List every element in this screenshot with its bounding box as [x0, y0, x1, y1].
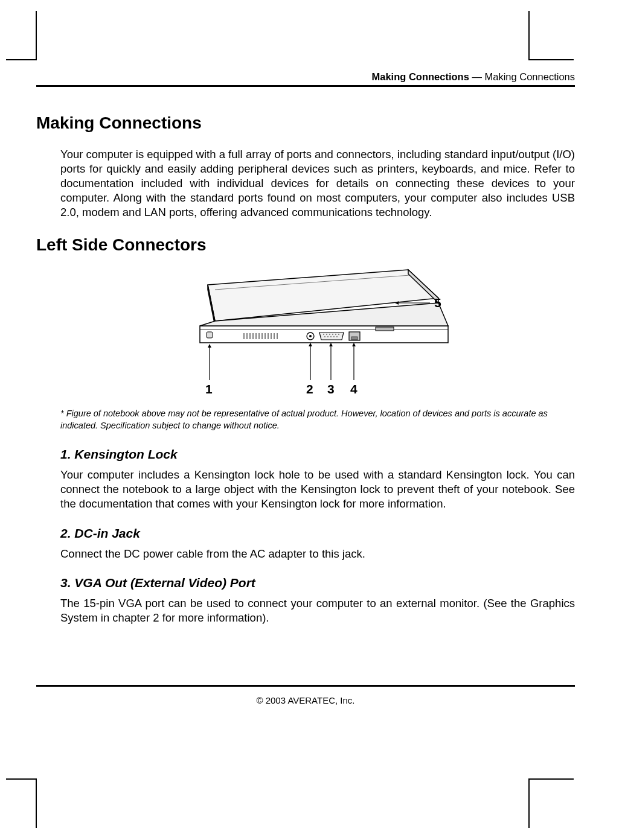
body-vga-out: The 15-pin VGA port can be used to conne… — [60, 596, 575, 625]
heading-making-connections: Making Connections — [36, 113, 575, 133]
footer-rule — [36, 685, 575, 687]
svg-point-28 — [324, 336, 325, 337]
svg-point-26 — [335, 334, 336, 335]
intro-paragraph: Your computer is equipped with a full ar… — [60, 147, 575, 220]
callout-2: 2 — [306, 382, 313, 396]
svg-point-22 — [323, 334, 324, 335]
heading-left-side-connectors: Left Side Connectors — [36, 235, 575, 255]
svg-rect-34 — [351, 337, 357, 340]
svg-marker-42 — [309, 343, 312, 346]
laptop-diagram: 1 2 3 4 5 — [179, 266, 457, 398]
svg-point-21 — [309, 335, 312, 337]
svg-marker-41 — [208, 344, 211, 348]
header-bold: Making Connections — [371, 71, 469, 82]
callout-5: 5 — [434, 296, 441, 310]
body-kensington-lock: Your computer includes a Kensington lock… — [60, 468, 575, 511]
svg-point-24 — [329, 334, 330, 335]
heading-kensington-lock: 1. Kensington Lock — [60, 447, 575, 462]
svg-marker-44 — [352, 343, 356, 346]
svg-point-29 — [327, 336, 329, 337]
header-normal: Making Connections — [485, 71, 576, 82]
laptop-svg — [179, 266, 457, 398]
heading-vga-out: 3. VGA Out (External Video) Port — [60, 576, 575, 590]
svg-rect-35 — [376, 327, 394, 331]
body-dc-in-jack: Connect the DC power cable from the AC a… — [60, 547, 575, 561]
svg-point-32 — [336, 336, 338, 337]
svg-point-23 — [326, 334, 327, 335]
callout-4: 4 — [350, 382, 357, 396]
footer-copyright: © 2003 AVERATEC, Inc. — [36, 695, 575, 705]
heading-dc-in-jack: 2. DC-in Jack — [60, 526, 575, 541]
callout-3: 3 — [327, 382, 335, 396]
callout-1: 1 — [205, 382, 213, 396]
header-rule — [36, 85, 575, 87]
svg-rect-7 — [207, 332, 213, 338]
svg-point-27 — [338, 334, 339, 335]
header-sep: — — [469, 71, 485, 82]
figure-left-side-connectors: 1 2 3 4 5 — [60, 266, 575, 401]
svg-point-30 — [330, 336, 332, 337]
page-header: Making Connections — Making Connections — [36, 71, 575, 83]
page-content: Making Connections — Making Connections … — [36, 71, 575, 640]
svg-point-25 — [332, 334, 333, 335]
page-footer: © 2003 AVERATEC, Inc. — [36, 685, 575, 705]
svg-marker-43 — [329, 343, 333, 346]
figure-caption: * Figure of notebook above may not be re… — [60, 408, 575, 431]
svg-point-31 — [333, 336, 335, 337]
